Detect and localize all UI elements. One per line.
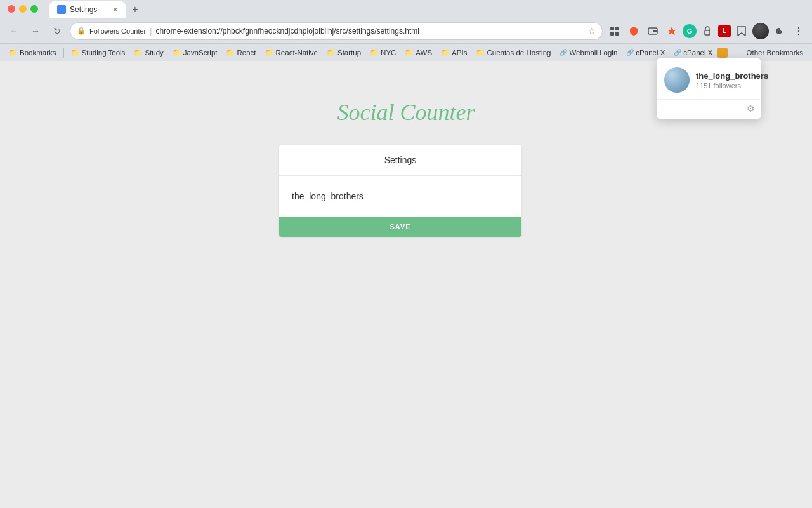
lock-icon: 🔒 — [77, 27, 86, 35]
bookmark-item-apis[interactable]: 📁 APIs — [437, 47, 471, 58]
popup-user-section: the_long_brothers 1151 followers — [657, 58, 761, 99]
popup-user-info: the_long_brothers 1151 followers — [696, 71, 768, 90]
title-bar: Settings ✕ + — [0, 0, 812, 18]
dark-mode-icon[interactable] — [771, 23, 788, 39]
bookmark-item-react-native[interactable]: 📁 React-Native — [261, 47, 322, 58]
page-title: Social Counter — [279, 99, 533, 126]
save-button[interactable]: SAVE — [279, 217, 521, 237]
bookmark-label: React-Native — [276, 49, 318, 57]
link-icon: 🔗 — [560, 49, 567, 56]
svg-point-9 — [798, 27, 799, 28]
bookmark-label: Other Bookmarks — [747, 49, 803, 57]
bookmark-item-cpanel2[interactable]: 🔗 cPanel X — [670, 48, 716, 58]
address-bar[interactable]: 🔒 Followers Counter | chrome-extension:/… — [70, 22, 603, 40]
bookmark-label: Cuentas de Hosting — [487, 49, 551, 57]
password-icon[interactable] — [699, 23, 716, 39]
popup-footer: ⚙ — [657, 100, 761, 119]
new-tab-button[interactable]: + — [127, 1, 143, 18]
svg-rect-0 — [58, 6, 65, 13]
bookmark-item-orange[interactable] — [717, 48, 728, 58]
gear-icon[interactable]: ⚙ — [747, 104, 755, 114]
extension-popup: the_long_brothers 1151 followers ⚙ — [657, 58, 761, 119]
bookmark-label: cPanel X — [683, 49, 712, 57]
svg-point-10 — [798, 30, 799, 31]
tab-favicon — [57, 5, 66, 14]
minimize-window-button[interactable] — [19, 5, 27, 13]
folder-icon: 📁 — [370, 48, 379, 57]
bookmark-label: Bookmarks — [20, 49, 56, 57]
bookmark-item-cpanel1[interactable]: 🔗 cPanel X — [622, 48, 669, 58]
back-button[interactable]: ← — [5, 22, 23, 40]
tab-title: Settings — [70, 5, 106, 14]
folder-icon: 📁 — [226, 48, 235, 57]
bookmark-item-hosting[interactable]: 📁 Cuentas de Hosting — [472, 47, 554, 58]
folder-icon: 📁 — [134, 48, 143, 57]
folder-icon: 📁 — [173, 48, 181, 57]
folder-icon: 📁 — [9, 48, 18, 57]
svg-rect-4 — [615, 32, 619, 36]
bookmark-label: Startup — [337, 49, 361, 57]
site-name: Followers Counter — [89, 27, 146, 35]
bookmark-label: APIs — [452, 49, 467, 57]
settings-card-body — [279, 176, 521, 217]
bookmark-label: AWS — [416, 49, 432, 57]
folder-icon: 📁 — [265, 48, 274, 57]
nav-icons: G L — [606, 23, 807, 39]
bookmark-separator — [63, 48, 64, 58]
link-icon: 🔗 — [626, 49, 634, 56]
folder-icon: 📁 — [71, 48, 80, 57]
bookmark-star-icon[interactable]: ☆ — [588, 26, 596, 36]
address-url: chrome-extension://phbckfgnnfheockndjcdn… — [155, 27, 584, 36]
lastpass-icon[interactable]: L — [718, 25, 731, 37]
bookmark-item-startup[interactable]: 📁 Startup — [323, 47, 365, 58]
rewards-icon[interactable] — [664, 23, 680, 39]
user-profile-icon[interactable] — [752, 23, 769, 39]
bookmark-label: Webmail Login — [569, 49, 617, 57]
username-input[interactable] — [292, 189, 509, 204]
bookmark-item-bookmarks[interactable]: 📁 Bookmarks — [5, 47, 60, 58]
bookmark-icon[interactable] — [733, 23, 750, 39]
grammarly-icon[interactable]: G — [683, 24, 697, 38]
settings-card-header: Settings — [279, 145, 521, 176]
maximize-window-button[interactable] — [30, 5, 38, 13]
link-icon: 🔗 — [674, 49, 681, 56]
close-window-button[interactable] — [8, 5, 15, 13]
bookmark-item-javascript[interactable]: 📁 JavaScript — [169, 47, 221, 58]
settings-card: Settings SAVE — [279, 145, 521, 237]
svg-rect-8 — [705, 30, 710, 35]
reload-button[interactable]: ↻ — [48, 22, 66, 40]
svg-rect-2 — [615, 27, 619, 30]
bookmark-label: React — [237, 49, 256, 57]
main-content: Social Counter Settings SAVE — [279, 99, 533, 237]
folder-icon: 📁 — [405, 48, 414, 57]
bookmark-label: NYC — [381, 49, 396, 57]
browser-menu-icon[interactable] — [790, 23, 807, 39]
folder-icon: 📁 — [476, 48, 485, 57]
bookmark-item-other[interactable]: Other Bookmarks — [743, 48, 807, 58]
bookmark-item-react[interactable]: 📁 React — [222, 47, 259, 58]
folder-icon: 📁 — [441, 48, 450, 57]
bookmark-label: Studing Tools — [82, 49, 126, 57]
active-tab[interactable]: Settings ✕ — [49, 1, 126, 18]
bookmark-item-nyc[interactable]: 📁 NYC — [366, 47, 400, 58]
brave-wallet-icon[interactable] — [645, 23, 661, 39]
forward-button[interactable]: → — [27, 22, 44, 40]
bookmark-label: cPanel X — [636, 49, 665, 57]
traffic-lights — [8, 5, 38, 13]
nav-bar: ← → ↻ 🔒 Followers Counter | chrome-exten… — [0, 18, 812, 43]
bookmark-item-webmail[interactable]: 🔗 Webmail Login — [556, 48, 621, 58]
svg-marker-7 — [667, 27, 676, 35]
popup-username: the_long_brothers — [696, 71, 768, 81]
tab-bar: Settings ✕ + — [49, 0, 143, 18]
tab-close-button[interactable]: ✕ — [112, 6, 118, 14]
svg-rect-3 — [610, 32, 614, 36]
bookmark-item-aws[interactable]: 📁 AWS — [401, 47, 436, 58]
address-separator: | — [150, 27, 152, 36]
extensions-icon[interactable] — [606, 23, 623, 39]
user-avatar-icon — [752, 23, 769, 39]
folder-icon: 📁 — [327, 48, 336, 57]
brave-shield-icon[interactable] — [625, 23, 642, 39]
bookmark-item-studing-tools[interactable]: 📁 Studing Tools — [67, 47, 129, 58]
bookmark-item-study[interactable]: 📁 Study — [130, 47, 167, 58]
svg-rect-6 — [653, 30, 657, 32]
